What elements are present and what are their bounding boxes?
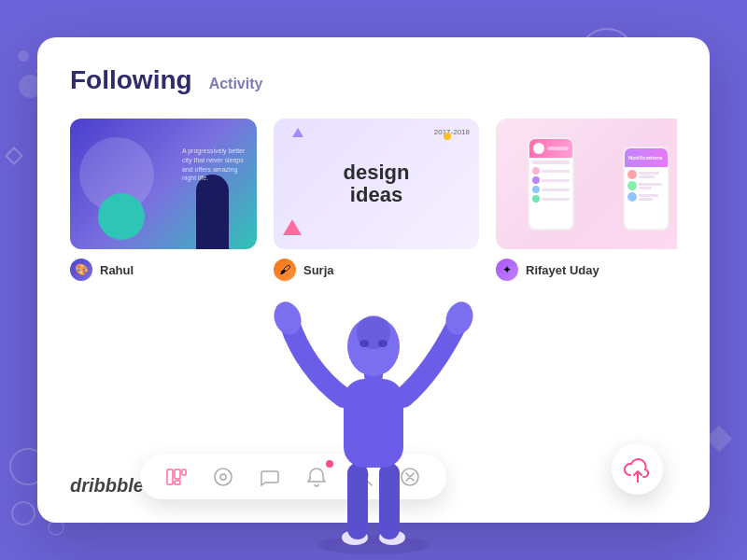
phone-line-1 bbox=[532, 161, 570, 164]
dot3 bbox=[532, 186, 540, 193]
svg-rect-18 bbox=[175, 481, 180, 484]
notif-lines-1 bbox=[639, 172, 665, 178]
design-year: 2017-2018 bbox=[434, 128, 470, 136]
dot2 bbox=[532, 176, 540, 184]
rahul-name: Rahul bbox=[100, 263, 134, 277]
upload-circle[interactable] bbox=[612, 443, 663, 495]
dot-yellow bbox=[444, 133, 451, 140]
notif-lines-3 bbox=[639, 194, 665, 201]
nav-messages-icon[interactable] bbox=[257, 464, 283, 490]
notification-badge bbox=[326, 460, 333, 468]
line2 bbox=[542, 179, 570, 182]
surja-name-row: 🖌 Surja bbox=[274, 259, 479, 281]
rahul-card-image: A progressively better city that never s… bbox=[70, 119, 257, 249]
line3 bbox=[542, 189, 570, 191]
designer-card-rahul[interactable]: A progressively better city that never s… bbox=[70, 119, 257, 281]
triangle-purple bbox=[292, 128, 303, 137]
bottom-navigation bbox=[140, 455, 446, 499]
notif-dot-3 bbox=[627, 192, 637, 202]
design-ideas-text: designideas bbox=[344, 161, 410, 206]
rifayet-avatar-icon: ✦ bbox=[502, 263, 512, 276]
notif-1 bbox=[627, 170, 665, 179]
dot1 bbox=[532, 167, 540, 175]
notif-2 bbox=[627, 181, 665, 190]
page-title: Following bbox=[70, 65, 192, 95]
svg-point-21 bbox=[220, 474, 226, 480]
upload-button[interactable] bbox=[612, 443, 663, 495]
rifayet-name-row: ✦ Rifayet Uday bbox=[496, 259, 677, 281]
activity-tab[interactable]: Activity bbox=[209, 76, 263, 92]
svg-rect-16 bbox=[167, 469, 173, 484]
notif-line-1a bbox=[639, 172, 659, 175]
phone-body-2 bbox=[625, 167, 668, 229]
triangle-pink bbox=[283, 219, 302, 235]
line4 bbox=[542, 198, 570, 201]
svg-point-24 bbox=[317, 536, 430, 554]
phone-mock-1 bbox=[528, 137, 574, 231]
notif-line-1b bbox=[639, 175, 655, 178]
notif-dot-1 bbox=[627, 170, 637, 179]
rahul-silhouette bbox=[196, 175, 229, 249]
notif-lines-2 bbox=[639, 183, 665, 189]
designer-card-surja[interactable]: designideas 2017-2018 🖌 Surja bbox=[274, 119, 479, 281]
svg-point-14 bbox=[18, 50, 29, 62]
designer-card-rifayet[interactable]: Notifications bbox=[496, 119, 677, 281]
nav-compass-icon[interactable] bbox=[210, 464, 236, 490]
main-card: Following Activity A progressively bette… bbox=[37, 37, 710, 523]
upload-cloud-icon bbox=[623, 456, 653, 483]
nav-notifications-icon[interactable] bbox=[303, 464, 330, 490]
phone-mock-2: Notifications bbox=[623, 147, 669, 231]
notif-line-2a bbox=[639, 183, 662, 186]
card-content: Following Activity A progressively bette… bbox=[37, 37, 710, 523]
svg-point-25 bbox=[342, 530, 368, 545]
notif-dot-2 bbox=[627, 181, 637, 190]
notif-line-3b bbox=[639, 198, 653, 201]
svg-point-12 bbox=[12, 502, 35, 525]
phone-header-1 bbox=[529, 139, 572, 158]
dribbble-logo: dribbble bbox=[70, 475, 144, 497]
nav-portfolio-icon[interactable] bbox=[163, 464, 190, 490]
nav-search-icon[interactable] bbox=[350, 464, 376, 490]
rifayet-card-image: Notifications bbox=[496, 119, 677, 249]
rahul-card-text: A progressively better city that never s… bbox=[182, 147, 247, 183]
bg-diamond-2 bbox=[5, 147, 23, 165]
notif-line-3a bbox=[639, 194, 658, 197]
surja-name: Surja bbox=[303, 263, 334, 277]
phone-avatar bbox=[533, 143, 544, 154]
phone-list-2 bbox=[532, 176, 570, 184]
notif-3 bbox=[627, 192, 665, 202]
surja-card-image: designideas 2017-2018 bbox=[274, 119, 479, 249]
line1 bbox=[542, 170, 570, 173]
svg-point-20 bbox=[215, 469, 232, 485]
designers-row: A progressively better city that never s… bbox=[70, 119, 677, 281]
rifayet-name: Rifayet Uday bbox=[526, 263, 599, 277]
bg-diamond-1 bbox=[706, 426, 732, 452]
rahul-avatar-icon: 🎨 bbox=[75, 263, 89, 276]
nav-close-icon[interactable] bbox=[397, 464, 423, 490]
phone-header-2: Notifications bbox=[625, 148, 668, 167]
rahul-name-row: 🎨 Rahul bbox=[70, 259, 257, 281]
phone-body-1 bbox=[529, 158, 572, 229]
surja-avatar-icon: 🖌 bbox=[279, 263, 290, 276]
dot4 bbox=[532, 195, 540, 203]
svg-rect-19 bbox=[182, 469, 186, 475]
svg-rect-17 bbox=[175, 469, 180, 479]
page-header: Following Activity bbox=[70, 65, 677, 95]
svg-point-26 bbox=[379, 530, 405, 545]
phone-list-3 bbox=[532, 186, 570, 193]
phone-list-4 bbox=[532, 195, 570, 203]
phone-list-1 bbox=[532, 167, 570, 175]
notif-line-2b bbox=[639, 187, 652, 189]
bottom-bar: dribbble bbox=[37, 448, 710, 523]
rahul-avatar: 🎨 bbox=[70, 259, 92, 281]
rifayet-avatar: ✦ bbox=[496, 259, 518, 281]
surja-avatar: 🖌 bbox=[274, 259, 296, 281]
svg-point-22 bbox=[355, 469, 368, 482]
